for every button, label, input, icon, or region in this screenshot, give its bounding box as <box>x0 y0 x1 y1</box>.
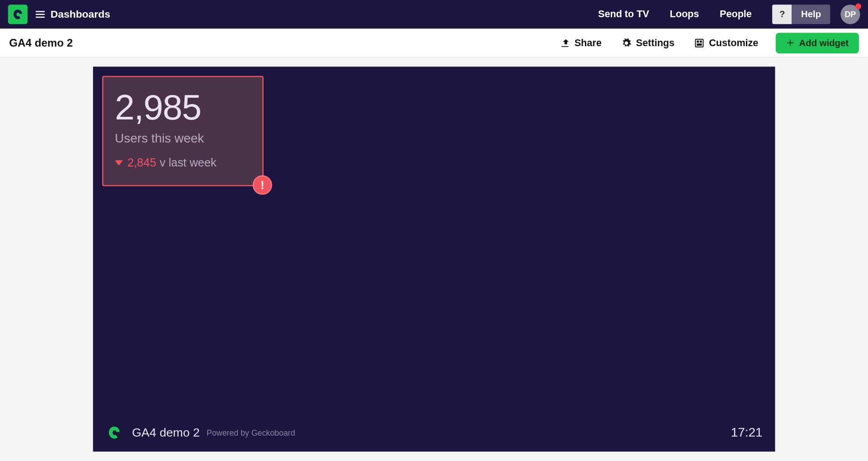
footer-logo <box>106 424 123 441</box>
menu-icon[interactable] <box>36 11 45 18</box>
widget-comparison: 2,845 v last week <box>115 156 251 169</box>
dashboard-toolbar: GA4 demo 2 Share Settings Customize Add … <box>0 29 868 58</box>
widget-label: Users this week <box>115 131 251 146</box>
customize-icon <box>694 38 704 48</box>
avatar-initials: DP <box>845 10 856 19</box>
dashboard-canvas[interactable]: 2,985 Users this week 2,845 v last week … <box>93 67 775 451</box>
footer-dashboard-title: GA4 demo 2 <box>132 426 200 439</box>
dashboard-footer: GA4 demo 2 Powered by Geckoboard 17:21 <box>106 424 763 441</box>
customize-button[interactable]: Customize <box>694 37 758 48</box>
svg-rect-3 <box>697 43 702 46</box>
dashboard-title[interactable]: GA4 demo 2 <box>9 37 73 49</box>
nav-section-title[interactable]: Dashboards <box>51 8 110 20</box>
gecko-logo-icon <box>11 8 24 21</box>
add-widget-button[interactable]: Add widget <box>775 33 859 53</box>
customize-label: Customize <box>709 37 758 48</box>
share-button[interactable]: Share <box>560 37 602 48</box>
notification-dot-icon <box>855 4 861 10</box>
settings-button[interactable]: Settings <box>621 37 675 48</box>
nav-link-send-to-tv[interactable]: Send to TV <box>598 9 649 20</box>
nav-link-loops[interactable]: Loops <box>670 9 699 20</box>
footer-powered-by: Powered by Geckoboard <box>207 428 295 437</box>
help-group: ? Help <box>773 5 830 24</box>
caret-down-icon <box>115 160 123 165</box>
svg-rect-1 <box>697 40 699 43</box>
share-icon <box>560 38 570 48</box>
share-label: Share <box>575 37 602 48</box>
nav-link-people[interactable]: People <box>720 9 752 20</box>
widget-users-this-week[interactable]: 2,985 Users this week 2,845 v last week … <box>102 76 264 186</box>
help-question-button[interactable]: ? <box>773 5 792 24</box>
svg-rect-2 <box>700 40 702 43</box>
gear-icon <box>621 38 632 48</box>
comparison-value: 2,845 <box>127 156 156 169</box>
widget-value: 2,985 <box>115 90 251 125</box>
svg-rect-0 <box>695 39 703 47</box>
brand-logo[interactable] <box>8 5 28 24</box>
user-avatar[interactable]: DP <box>840 5 860 24</box>
plus-icon <box>786 38 794 47</box>
comparison-suffix: v last week <box>160 156 217 169</box>
dashboard-canvas-wrap: 2,985 Users this week 2,845 v last week … <box>0 57 868 451</box>
settings-label: Settings <box>636 37 675 48</box>
gecko-logo-icon <box>106 425 123 441</box>
footer-clock: 17:21 <box>731 425 763 440</box>
alert-badge-icon[interactable]: ! <box>253 175 272 195</box>
help-button[interactable]: Help <box>792 5 830 24</box>
top-nav: Dashboards Send to TV Loops People ? Hel… <box>0 0 868 29</box>
add-widget-label: Add widget <box>799 38 849 48</box>
